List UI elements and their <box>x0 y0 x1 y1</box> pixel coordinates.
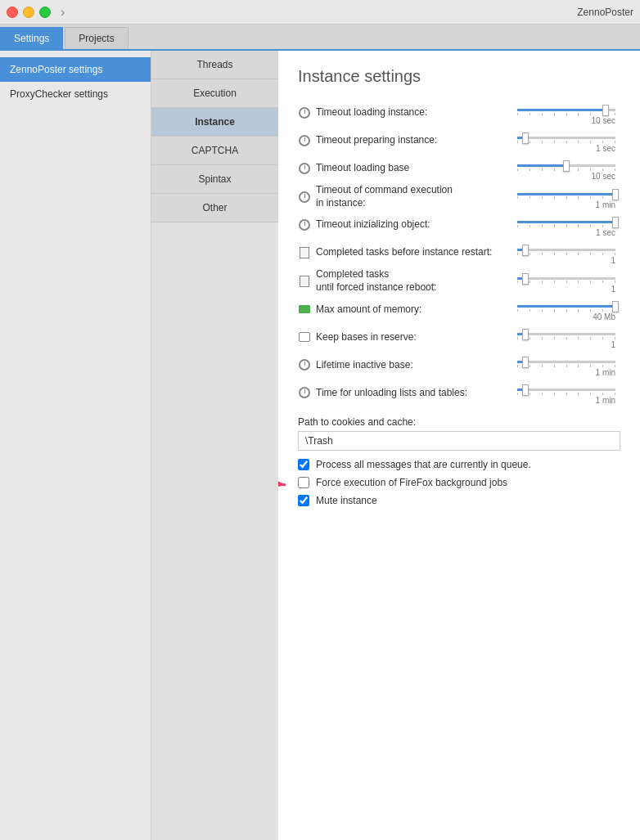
path-input[interactable] <box>298 431 620 451</box>
slider-timeout-command[interactable]: 1 min <box>511 185 615 209</box>
setting-row-timeout-init: Timeout inizializing object: 1 sec <box>298 213 620 237</box>
content-area: Threads Execution Instance CAPTCHA Spint… <box>151 51 640 840</box>
setting-row-memory: Max amount of memory: 40 Mb <box>298 297 620 321</box>
nav-item-instance[interactable]: Instance <box>151 108 278 137</box>
setting-label-lifetime-base: Lifetime inactive base: <box>298 358 511 371</box>
setting-label-timeout-base: Timeout loading base <box>298 162 511 175</box>
setting-row-timeout-command: Timeout of command executionin instance:… <box>298 184 620 209</box>
setting-label-timeout-command: Timeout of command executionin instance: <box>298 184 511 209</box>
memory-icon <box>298 303 311 316</box>
tab-bar: Settings Projects <box>0 25 640 51</box>
forward-icon: › <box>61 5 65 20</box>
path-section: Path to cookies and cache: <box>298 416 620 459</box>
nav-item-spintax[interactable]: Spintax <box>151 165 278 194</box>
setting-label-bases-reserve: Keep bases in reserve: <box>298 330 511 344</box>
title-bar-controls: › <box>7 5 65 20</box>
settings-panel: Instance settings Timeout loading instan… <box>278 51 640 840</box>
slider-unloading-lists[interactable]: 1 min <box>511 380 615 405</box>
slider-timeout-base[interactable]: 10 sec <box>511 156 615 181</box>
nav-menu: Threads Execution Instance CAPTCHA Spint… <box>151 51 278 840</box>
checkbox-label-force-firefox: Force execution of FireFox background jo… <box>316 477 507 488</box>
tab-settings[interactable]: Settings <box>0 27 63 49</box>
setting-label-timeout-loading: Timeout loading instance: <box>298 106 511 119</box>
setting-label-unloading-lists: Time for unloading lists and tables: <box>298 386 511 399</box>
slider-tasks-reboot[interactable]: 1 <box>511 269 615 294</box>
slider-tasks-restart[interactable]: 1 <box>511 240 615 265</box>
setting-row-unloading-lists: Time for unloading lists and tables: 1 m… <box>298 380 620 405</box>
setting-row-lifetime-base: Lifetime inactive base: 1 min <box>298 353 620 377</box>
nav-item-other[interactable]: Other <box>151 194 278 222</box>
slider-bases-reserve[interactable]: 1 <box>511 325 615 349</box>
clock-icon-2 <box>298 134 311 147</box>
clock-icon-5 <box>298 218 311 231</box>
checkbox-row-force-firefox: Force execution of FireFox background jo… <box>298 477 620 488</box>
setting-row-tasks-reboot: Completed tasksuntil forced instance reb… <box>298 268 620 294</box>
setting-row-timeout-loading: Timeout loading instance: 10 sec <box>298 101 620 125</box>
slider-timeout-init[interactable]: 1 sec <box>511 213 615 237</box>
setting-row-timeout-preparing: Timeout preparing instance: 1 sec <box>298 128 620 153</box>
close-button[interactable] <box>7 7 18 18</box>
setting-label-tasks-reboot: Completed tasksuntil forced instance reb… <box>298 268 511 294</box>
task-icon-1 <box>298 246 311 259</box>
nav-item-threads[interactable]: Threads <box>151 51 278 79</box>
db-icon <box>298 330 311 344</box>
minimize-button[interactable] <box>23 7 34 18</box>
checkbox-process-messages[interactable] <box>298 459 309 470</box>
checkbox-row-process-messages: Process all messages that are currently … <box>298 459 620 470</box>
slider-timeout-preparing[interactable]: 1 sec <box>511 128 615 153</box>
setting-row-tasks-restart: Completed tasks before instance restart:… <box>298 240 620 265</box>
checkbox-mute-instance[interactable] <box>298 495 309 506</box>
clock-icon-7 <box>298 386 311 399</box>
sidebar-item-proxychecker[interactable]: ProxyChecker settings <box>0 82 151 106</box>
clock-icon-3 <box>298 162 311 175</box>
red-arrow-annotation <box>278 473 290 497</box>
sidebar: ZennoPoster settings ProxyChecker settin… <box>0 51 151 840</box>
path-label: Path to cookies and cache: <box>298 416 620 428</box>
task-icon-2 <box>298 275 311 288</box>
clock-icon-6 <box>298 358 311 371</box>
checkbox-label-mute-instance: Mute instance <box>316 495 377 506</box>
slider-lifetime-base[interactable]: 1 min <box>511 353 615 377</box>
tab-projects[interactable]: Projects <box>65 27 128 49</box>
checkbox-label-process-messages: Process all messages that are currently … <box>316 459 531 470</box>
main-layout: ZennoPoster settings ProxyChecker settin… <box>0 51 640 840</box>
nav-item-execution[interactable]: Execution <box>151 79 278 108</box>
clock-icon-1 <box>298 106 311 119</box>
settings-title: Instance settings <box>298 67 620 86</box>
setting-label-memory: Max amount of memory: <box>298 303 511 316</box>
checkbox-row-mute-instance: Mute instance <box>298 495 620 506</box>
clock-icon-4 <box>298 191 311 204</box>
title-bar: › ZennoPoster <box>0 0 640 25</box>
maximize-button[interactable] <box>39 7 51 18</box>
sidebar-item-zennoposter[interactable]: ZennoPoster settings <box>0 57 151 82</box>
setting-row-timeout-base: Timeout loading base 10 sec <box>298 156 620 181</box>
nav-item-captcha[interactable]: CAPTCHA <box>151 137 278 165</box>
slider-memory[interactable]: 40 Mb <box>511 297 615 321</box>
setting-label-timeout-init: Timeout inizializing object: <box>298 218 511 231</box>
slider-timeout-loading[interactable]: 10 sec <box>511 101 615 125</box>
checkbox-force-firefox[interactable] <box>298 477 309 488</box>
setting-row-bases-reserve: Keep bases in reserve: 1 <box>298 325 620 349</box>
setting-label-tasks-restart: Completed tasks before instance restart: <box>298 246 511 259</box>
setting-label-timeout-preparing: Timeout preparing instance: <box>298 134 511 147</box>
app-title: ZennoPoster <box>577 7 633 18</box>
